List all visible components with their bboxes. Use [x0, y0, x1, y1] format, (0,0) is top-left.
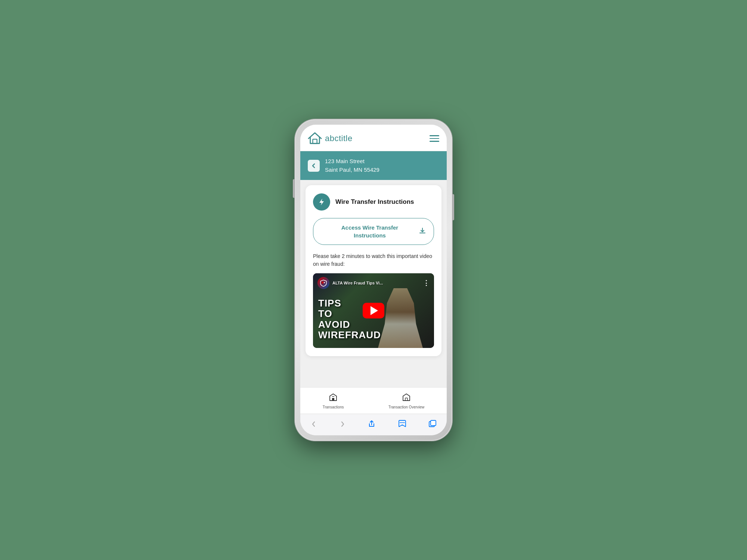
svg-rect-5: [405, 398, 407, 401]
download-icon: [419, 227, 426, 236]
chevron-left-icon: [311, 163, 316, 168]
bottom-navigation: Transactions Transaction Overview: [300, 387, 447, 414]
video-channel: ALTA Wire Fraud Tips Vi...: [317, 277, 383, 289]
browser-share-button[interactable]: [365, 419, 378, 431]
nav-transaction-overview[interactable]: Transaction Overview: [383, 391, 430, 411]
video-prompt-text: Please take 2 minutes to watch this impo…: [313, 252, 434, 268]
address-bar: 123 Main Street Saint Paul, MN 55429: [300, 151, 447, 180]
video-top-bar: ALTA Wire Fraud Tips Vi... ⋮: [313, 277, 434, 289]
address-text: 123 Main Street Saint Paul, MN 55429: [325, 157, 379, 174]
transactions-label: Transactions: [323, 405, 344, 409]
channel-logo: [317, 277, 329, 289]
access-btn-label: Access Wire TransferInstructions: [321, 224, 419, 239]
video-title-text: ALTA Wire Fraud Tips Vi...: [332, 281, 383, 285]
transaction-overview-label: Transaction Overview: [388, 405, 424, 409]
lightning-icon: [317, 198, 326, 206]
video-thumbnail[interactable]: ALTA Wire Fraud Tips Vi... ⋮ TIPSTOAVOID…: [313, 273, 434, 348]
back-button[interactable]: [308, 160, 320, 172]
video-more-icon[interactable]: ⋮: [423, 279, 430, 287]
app-header: ABCtitle: [300, 125, 447, 151]
svg-point-2: [322, 282, 324, 284]
transactions-icon: [329, 393, 338, 404]
logo-text: ABCtitle: [325, 134, 353, 143]
city-state-zip: Saint Paul, MN 55429: [325, 166, 379, 174]
wire-transfer-card: Wire Transfer Instructions Access Wire T…: [306, 185, 441, 356]
main-content: Wire Transfer Instructions Access Wire T…: [300, 180, 447, 387]
svg-rect-0: [313, 139, 317, 143]
svg-rect-3: [332, 398, 334, 401]
browser-tabs-button[interactable]: [426, 419, 439, 431]
video-background: ALTA Wire Fraud Tips Vi... ⋮ TIPSTOAVOID…: [313, 273, 434, 348]
browser-forward-button[interactable]: [337, 419, 348, 430]
play-button[interactable]: [363, 303, 384, 318]
street-address: 123 Main Street: [325, 157, 379, 166]
shield-logo-icon: [320, 279, 327, 287]
access-wire-transfer-button[interactable]: Access Wire TransferInstructions: [313, 218, 434, 245]
phone-device: ABCtitle 123 Main Street Saint Paul, MN …: [295, 119, 452, 441]
logo-area: ABCtitle: [308, 132, 353, 145]
person-silhouette: [378, 288, 423, 348]
menu-button[interactable]: [430, 135, 439, 142]
card-title: Wire Transfer Instructions: [335, 198, 414, 206]
phone-screen: ABCtitle 123 Main Street Saint Paul, MN …: [300, 125, 447, 435]
browser-back-button[interactable]: [308, 419, 320, 430]
play-triangle-icon: [371, 306, 378, 315]
browser-toolbar: [300, 414, 447, 435]
svg-rect-7: [431, 420, 436, 426]
card-header: Wire Transfer Instructions: [313, 193, 434, 211]
nav-transactions[interactable]: Transactions: [317, 391, 349, 411]
logo-text-light: title: [339, 134, 353, 143]
transaction-overview-icon: [402, 393, 411, 404]
lightning-circle: [313, 193, 330, 211]
svg-marker-1: [319, 199, 324, 205]
house-logo-icon: [308, 132, 322, 145]
browser-bookmarks-button[interactable]: [395, 419, 409, 431]
